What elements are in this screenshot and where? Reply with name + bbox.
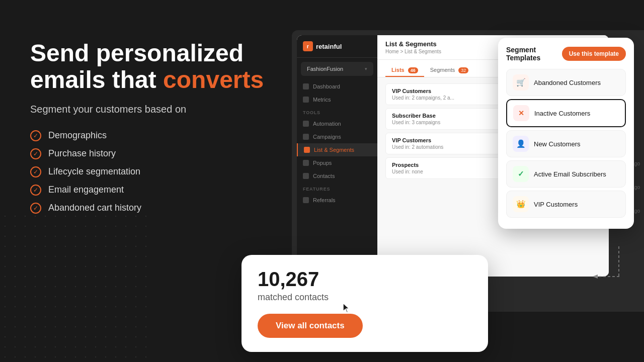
headline-part2: emails that: [30, 66, 163, 93]
nav-icon: [303, 173, 309, 179]
template-icon-abandoned: 🛒: [513, 74, 529, 90]
template-name: Inactive Customers: [534, 110, 590, 117]
check-icon: ✓: [30, 203, 41, 214]
check-icon: ✓: [30, 166, 41, 177]
nav-icon: [303, 197, 309, 203]
store-name: FashionFusion: [307, 66, 343, 72]
sidebar-item-metrics[interactable]: Metrics: [297, 93, 377, 106]
nav-icon: [303, 97, 309, 103]
nav-icon: [303, 83, 309, 89]
list-item: ✓ Email engagement: [30, 185, 292, 196]
logo-icon: r: [303, 41, 313, 51]
segment-panel: Segment Templates Use this template 🛒 Ab…: [498, 38, 634, 229]
tab-badge: 46: [408, 67, 418, 73]
template-item-new[interactable]: 👤 New Customers: [506, 130, 626, 157]
background-dots: [0, 211, 151, 362]
tab-label: Lists: [391, 67, 405, 73]
headline: Send personalized emails that converts: [30, 40, 292, 94]
close-icon: ✕: [516, 108, 526, 118]
template-name: New Customers: [534, 140, 580, 148]
use-template-button[interactable]: Use this template: [562, 47, 626, 61]
check-icon: ✓: [30, 185, 41, 196]
sidebar-item-label: Automation: [313, 121, 341, 127]
sidebar-item-label: Metrics: [313, 97, 331, 103]
mouse-cursor: [342, 302, 352, 314]
template-item-inactive[interactable]: ✕ Inactive Customers: [506, 99, 626, 127]
list-item: ✓ Lifecycle segmentation: [30, 166, 292, 177]
sidebar-item-label: Dashboard: [313, 83, 340, 89]
sidebar-item-campaigns[interactable]: Campaigns: [297, 130, 377, 143]
nav-icon: [303, 160, 309, 166]
check-icon: ✓: [30, 148, 41, 159]
contacts-popup: 10,267 matched contacts View all contact…: [242, 255, 488, 352]
sidebar-item-dashboard[interactable]: Dashboard: [297, 80, 377, 93]
list-item: ✓ Demographics: [30, 130, 292, 141]
template-icon-active: ✓: [513, 166, 529, 182]
chevron-down-icon: ▾: [365, 66, 367, 71]
template-item-vip[interactable]: 👑 VIP Customers: [506, 191, 626, 218]
sidebar-item-referrals[interactable]: Referrals: [297, 194, 377, 207]
nav-icon: [303, 134, 309, 140]
feature-label-3: Email engagement: [48, 185, 124, 195]
template-item-active[interactable]: ✓ Active Email Subscribers: [506, 160, 626, 188]
nav-section-tools: TOOLS: [297, 106, 377, 117]
left-section: Send personalized emails that converts S…: [30, 40, 292, 214]
check-icon: ✓: [30, 130, 41, 141]
nav-section-features: FEATURES: [297, 183, 377, 194]
sidebar-item-label: Popups: [313, 160, 332, 166]
headline-highlight: converts: [163, 66, 264, 93]
feature-label-0: Demographics: [48, 130, 107, 141]
template-icon-vip: 👑: [513, 196, 529, 212]
dashed-arrow: [569, 241, 629, 282]
contacts-label: matched contacts: [258, 292, 472, 303]
sidebar-item-label: Contacts: [313, 173, 335, 179]
nav-icon: [303, 121, 309, 127]
headline-part1: Send personalized: [30, 40, 244, 66]
tab-label: Segments: [430, 67, 455, 73]
feature-label-1: Purchase history: [48, 148, 116, 159]
list-item: ✓ Abandoned cart history: [30, 203, 292, 214]
contacts-count: 10,267: [258, 269, 472, 289]
feature-label-2: Lifecycle segmentation: [48, 166, 140, 177]
template-icon-new: 👤: [513, 136, 529, 152]
sidebar-logo: r retainful: [297, 41, 377, 58]
app-sidebar: r retainful FashionFusion ▾ Dashboard Me…: [297, 35, 377, 277]
sidebar-item-automation[interactable]: Automation: [297, 117, 377, 130]
segment-panel-title: Segment Templates: [506, 46, 562, 62]
tab-segments[interactable]: Segments 32: [424, 64, 475, 77]
tab-lists[interactable]: Lists 46: [385, 64, 424, 77]
store-selector[interactable]: FashionFusion ▾: [301, 62, 373, 76]
sidebar-item-contacts[interactable]: Contacts: [297, 169, 377, 183]
feature-label-4: Abandoned cart history: [48, 203, 141, 213]
feature-list: ✓ Demographics ✓ Purchase history ✓ Life…: [30, 130, 292, 214]
list-item: ✓ Purchase history: [30, 148, 292, 159]
logo-text: retainful: [316, 43, 342, 50]
subheadline: Segment your customers based on: [30, 104, 292, 115]
template-icon-inactive: ✕: [513, 105, 529, 121]
svg-marker-2: [593, 275, 598, 279]
sidebar-item-label: Referrals: [313, 197, 336, 203]
tab-badge: 32: [458, 67, 468, 73]
sidebar-item-label: Campaigns: [313, 134, 341, 140]
view-contacts-button[interactable]: View all contacts: [258, 314, 363, 338]
sidebar-item-popups[interactable]: Popups: [297, 156, 377, 169]
sidebar-item-label: List & Segments: [314, 147, 354, 153]
segment-panel-header: Segment Templates Use this template: [506, 46, 626, 62]
template-item-abandoned[interactable]: 🛒 Abandoned Customers: [506, 69, 626, 96]
template-name: Abandoned Customers: [534, 79, 601, 86]
template-name: Active Email Subscribers: [534, 170, 606, 178]
template-name: VIP Customers: [534, 201, 578, 208]
nav-icon: [304, 147, 310, 153]
sidebar-item-list-segments[interactable]: List & Segments: [297, 143, 377, 156]
sidebar-nav: Dashboard Metrics TOOLS Automation Campa…: [297, 80, 377, 207]
